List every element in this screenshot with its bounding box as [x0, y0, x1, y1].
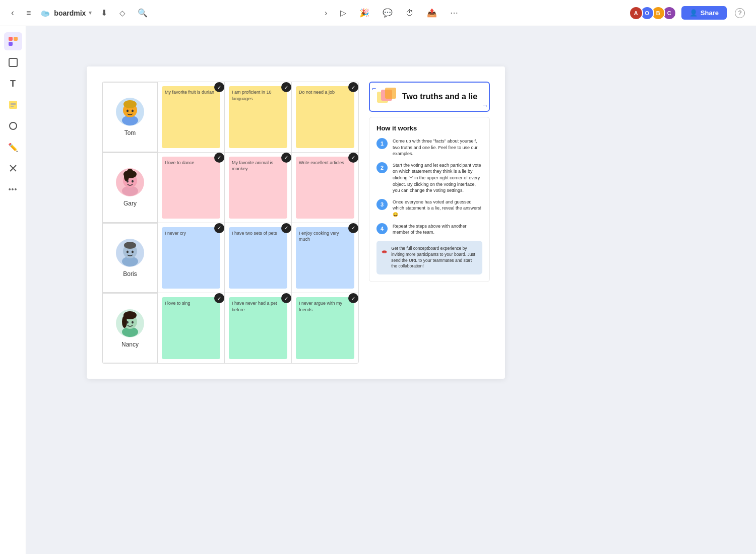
- sticky-note-nancy-3[interactable]: ✓ I never argue with my friends: [296, 297, 354, 359]
- note-cell-gary-1[interactable]: ✓ I love to dance: [158, 153, 225, 223]
- sticky-note-gary-1[interactable]: ✓ I love to dance: [162, 157, 220, 219]
- person-name-gary: Gary: [123, 200, 137, 207]
- chat-button[interactable]: 💬: [380, 6, 396, 20]
- corner-br: ¬: [483, 102, 487, 109]
- person-name-tom: Tom: [124, 129, 136, 136]
- sticky-note-tom-3[interactable]: ✓ Do not need a job: [296, 86, 354, 148]
- upload-button[interactable]: 📤: [424, 6, 440, 20]
- note-cell-nancy-1[interactable]: ✓ I love to sing: [158, 293, 225, 363]
- canvas-board: Tom ✓ My favorite fruit is durian ✓ I am…: [87, 66, 505, 379]
- sticky-note-gary-3[interactable]: ✓ Write excellent articles: [296, 157, 354, 219]
- download-icon: ⬇: [101, 8, 107, 18]
- step-3: 3 Once everyone has voted and guessed wh…: [376, 199, 482, 218]
- confetti-button[interactable]: 🎉: [356, 6, 372, 20]
- menu-icon: ≡: [26, 9, 31, 18]
- svg-rect-6: [9, 42, 13, 46]
- share-label: Share: [701, 9, 719, 17]
- tag-button[interactable]: ◇: [116, 7, 129, 20]
- promo-card: Get the full conceptboard experience by …: [376, 241, 482, 275]
- sidebar-item-more[interactable]: •••: [4, 180, 22, 198]
- svg-point-30: [127, 180, 129, 183]
- sticky-note-tom-1[interactable]: ✓ My favorite fruit is durian: [162, 86, 220, 148]
- note-cell-nancy-3[interactable]: ✓ I never argue with my friends: [292, 293, 358, 363]
- sticky-note-gary-2[interactable]: ✓ My favorite animal is monkey: [229, 157, 287, 219]
- sidebar-item-connector[interactable]: [4, 159, 22, 177]
- right-panel: Two truths and a lie ⌐ ¬ How it works 1 …: [369, 82, 490, 364]
- check-badge-gary-3: ✓: [348, 153, 358, 163]
- note-cell-gary-3[interactable]: ✓ Write excellent articles: [292, 153, 358, 223]
- nav-prev-icon: ›: [325, 9, 327, 18]
- svg-point-37: [132, 250, 134, 253]
- step-4: 4 Repeat the steps above with another me…: [376, 223, 482, 236]
- toolbar-more-button[interactable]: ⋯: [447, 6, 461, 20]
- search-icon: 🔍: [138, 8, 148, 18]
- sticky-note-boris-3[interactable]: ✓ I enjoy cooking very much: [296, 227, 354, 289]
- note-text-boris-3: I enjoy cooking very much: [299, 230, 351, 243]
- note-cell-tom-3[interactable]: ✓ Do not need a job: [292, 82, 358, 152]
- avatar-gary: [115, 168, 145, 197]
- note-cell-tom-1[interactable]: ✓ My favorite fruit is durian: [158, 82, 225, 152]
- check-badge-nancy-1: ✓: [214, 293, 224, 303]
- play-button[interactable]: ▷: [337, 6, 349, 20]
- brand-logo-icon: [40, 8, 51, 19]
- person-cell-nancy: Nancy: [102, 293, 158, 363]
- note-cell-boris-1[interactable]: ✓ I never cry: [158, 223, 225, 293]
- sidebar-item-templates[interactable]: [4, 32, 22, 50]
- sticky-note-boris-2[interactable]: ✓ I have two sets of pets: [229, 227, 287, 289]
- help-button[interactable]: ?: [732, 6, 748, 20]
- download-button[interactable]: ⬇: [98, 6, 110, 20]
- check-badge-boris-1: ✓: [214, 223, 224, 233]
- svg-point-22: [127, 110, 129, 112]
- search-button[interactable]: 🔍: [135, 6, 151, 20]
- brand-chevron-icon[interactable]: ▾: [89, 10, 92, 16]
- note-cell-gary-2[interactable]: ✓ My favorite animal is monkey: [225, 153, 292, 223]
- toolbar: ‹ ≡ boardmix ▾ ⬇ ◇ 🔍 ›: [0, 0, 756, 26]
- toolbar-center: › ▷ 🎉 💬 ⏱ 📤 ⋯: [322, 6, 461, 20]
- note-cell-nancy-2[interactable]: ✓ I have never had a pet before: [225, 293, 292, 363]
- svg-rect-3: [42, 14, 48, 16]
- menu-button[interactable]: ≡: [23, 7, 34, 20]
- row-tom: Tom ✓ My favorite fruit is durian ✓ I am…: [102, 82, 358, 153]
- corner-tl: ⌐: [372, 85, 376, 92]
- note-cell-tom-2[interactable]: ✓ I am proficient in 10 languages: [225, 82, 292, 152]
- person-cell-boris: Boris: [102, 223, 158, 293]
- help-icon: ?: [735, 8, 745, 18]
- step-1-num: 1: [376, 138, 388, 149]
- nav-prev-button[interactable]: ›: [322, 7, 330, 20]
- step-2-text: Start the voting and let each participan…: [393, 162, 482, 194]
- sticky-note-tom-2[interactable]: ✓ I am proficient in 10 languages: [229, 86, 287, 148]
- sidebar-item-text[interactable]: T: [4, 75, 22, 93]
- sidebar-item-frame[interactable]: [4, 53, 22, 72]
- check-badge-nancy-2: ✓: [281, 293, 291, 303]
- sidebar-item-shape[interactable]: [4, 117, 22, 135]
- left-sidebar: T ✏️ •••: [0, 26, 26, 554]
- sidebar-item-pen[interactable]: ✏️: [4, 138, 22, 156]
- promo-icon: [382, 246, 387, 258]
- svg-point-44: [132, 321, 134, 323]
- note-cell-boris-2[interactable]: ✓ I have two sets of pets: [225, 223, 292, 293]
- sticky-note-nancy-1[interactable]: ✓ I love to sing: [162, 297, 220, 359]
- avatar-tom: [115, 97, 145, 126]
- sticky-note-boris-1[interactable]: ✓ I never cry: [162, 227, 220, 289]
- back-icon: ‹: [11, 8, 14, 18]
- row-gary: Gary ✓ I love to dance ✓ My favorite ani…: [102, 153, 358, 223]
- svg-point-23: [132, 110, 134, 112]
- upload-icon: 📤: [427, 8, 437, 18]
- note-cell-boris-3[interactable]: ✓ I enjoy cooking very much: [292, 223, 358, 293]
- board-grid: Tom ✓ My favorite fruit is durian ✓ I am…: [102, 82, 359, 364]
- step-1-text: Come up with three "facts" about yoursel…: [393, 138, 482, 157]
- person-cell-tom: Tom: [102, 82, 158, 152]
- note-text-tom-1: My favorite fruit is durian: [165, 89, 214, 96]
- timer-button[interactable]: ⏱: [403, 7, 417, 20]
- share-button[interactable]: 👤 Share: [681, 6, 727, 20]
- sticky-note-nancy-2[interactable]: ✓ I have never had a pet before: [229, 297, 287, 359]
- avatar-1: A: [629, 6, 643, 20]
- svg-rect-47: [385, 88, 396, 99]
- sidebar-item-sticky[interactable]: [4, 96, 22, 114]
- step-3-num: 3: [376, 199, 388, 210]
- step-2-num: 2: [376, 162, 388, 173]
- note-text-gary-1: I love to dance: [165, 160, 195, 166]
- svg-point-43: [127, 321, 129, 323]
- check-badge-tom-2: ✓: [281, 82, 291, 92]
- back-button[interactable]: ‹: [8, 6, 17, 20]
